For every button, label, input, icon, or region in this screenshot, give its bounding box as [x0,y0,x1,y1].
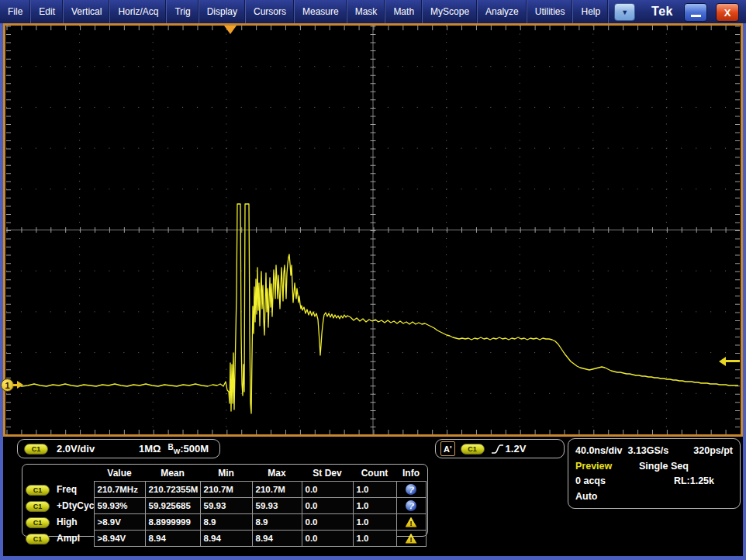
trigger-channel-badge: C1 [461,444,485,455]
question-icon[interactable]: ? [406,484,416,495]
measurement-name: C1Freq [24,482,94,498]
menu-item-cursors[interactable]: Cursors [246,0,295,23]
channel-bandwidth: BW:500M [168,443,209,455]
measurement-value: >8.9V [94,514,145,531]
column-header-min: Min [200,465,252,482]
trigger-level-marker[interactable] [719,357,740,366]
menu-item-measure[interactable]: Measure [295,0,347,23]
menu-item-help[interactable]: Help [573,0,609,23]
channel-badge: C1 [26,485,50,496]
trigger-source-badge: A' [440,441,455,456]
column-header-mean: Mean [145,465,200,482]
trigger-level-arrow-shaft [725,360,740,362]
measurement-row: C1High>8.9V8.89999998.98.90.01.0! [24,514,426,531]
trigger-readout[interactable]: A' C1 1.2V [435,439,565,458]
channel-badge: C1 [26,517,50,528]
oscilloscope-screen: FileEditVerticalHoriz/AcqTrigDisplayCurs… [0,0,746,560]
column-header-count: Count [353,465,396,482]
measurement-value: 0.0 [302,482,353,498]
chevron-down-icon: ▼ [621,9,628,16]
trigger-position-marker[interactable] [224,26,237,34]
menu-item-analyze[interactable]: Analyze [478,0,527,23]
measurement-name-header [24,465,94,482]
channel-impedance: 1MΩ [139,443,161,455]
tek-logo: Tek [651,5,673,19]
measurement-label: Ampl [57,533,80,544]
channel-1-position-marker[interactable]: 1 [1,379,26,392]
measurement-name: C1+DtyCyc [24,498,94,514]
measurement-value: 0.0 [302,531,353,547]
menu-bar: FileEditVerticalHoriz/AcqTrigDisplayCurs… [0,0,746,23]
graticule [6,26,740,434]
close-icon: X [724,7,731,19]
column-header-max: Max [252,465,302,482]
channel-readout[interactable]: C1 2.0V/div 1MΩ BW:500M [17,439,220,458]
menu-item-math[interactable]: Math [385,0,423,23]
measurement-value: 59.925685 [145,498,200,514]
channel-badge: C1 [26,534,50,544]
window-border-bottom [0,556,746,560]
minimize-button[interactable] [684,3,707,22]
ch1-waveform-trace [9,204,738,413]
menu-item-trig[interactable]: Trig [167,0,199,23]
channel-badge: C1 [26,501,50,512]
channel-badge: C1 [24,444,48,455]
menu-item-file[interactable]: File [0,0,31,23]
measurement-value: 8.9 [200,514,252,531]
info-cell: ? [396,482,426,498]
measurement-value: 1.0 [353,482,396,498]
timebase: 40.0ns/div [575,445,622,456]
column-header-info: Info [396,465,426,482]
menu-item-display[interactable]: Display [199,0,246,23]
sample-rate: 3.13GS/s [627,445,668,456]
measurement-value: 8.94 [145,531,200,547]
horizontal-readout[interactable]: 40.0ns/div 3.13GS/s 320ps/pt Preview Sin… [568,438,741,509]
measurement-value: 8.9 [252,514,302,531]
menu-item-horiz-acq[interactable]: Horiz/Acq [110,0,167,23]
menu-item-vertical[interactable]: Vertical [64,0,110,23]
measurement-value: 0.0 [302,498,353,514]
menu-item-utilities[interactable]: Utilities [527,0,574,23]
menu-items: FileEditVerticalHoriz/AcqTrigDisplayCurs… [0,0,609,23]
column-header-st-dev: St Dev [302,465,353,482]
acquisition-count: 0 acqs [575,475,606,486]
menu-item-myscope[interactable]: MyScope [423,0,478,23]
menu-more-button[interactable]: ▼ [614,3,635,21]
close-button[interactable]: X [716,3,739,22]
preview-status: Preview [575,461,639,472]
record-length: RL:1.25k [674,475,714,486]
channel-1-badge: 1 [1,379,14,392]
measurement-value: 1.0 [353,531,396,547]
info-cell: ? [396,498,426,514]
measurement-row: C1Ampl>8.94V8.948.948.940.01.0! [24,531,426,547]
channel-1-arrow-icon [17,381,23,389]
measurement-value: 8.94 [200,531,252,547]
measurement-value: 59.93% [94,498,145,514]
measurement-value: 210.7M [200,482,252,498]
question-icon[interactable]: ? [406,500,416,511]
warning-icon[interactable]: ! [406,534,417,544]
measurement-value: 59.93 [200,498,252,514]
channel-scale: 2.0V/div [57,443,95,455]
menu-item-edit[interactable]: Edit [31,0,64,23]
info-cell: ! [396,514,426,531]
measurement-value: 210.7MHz [94,482,145,498]
trigger-level-value: 1.2V [506,443,527,455]
rising-edge-icon [491,443,504,455]
measurement-value: 210.72355M [145,482,200,498]
measurement-name: C1High [24,514,94,531]
info-cell: ! [396,531,426,547]
warning-icon[interactable]: ! [406,517,417,527]
measurement-label: High [57,517,78,527]
window-border-right [743,23,746,560]
measurement-value: >8.94V [94,531,145,547]
menu-item-mask[interactable]: Mask [347,0,386,23]
acquisition-mode: Single Seq [639,461,689,472]
sample-resolution: 320ps/pt [693,445,733,456]
measurement-value: 0.0 [302,514,353,531]
measurement-label: +DtyCyc [57,500,94,511]
measurement-row: C1+DtyCyc59.93%59.92568559.9359.930.01.0… [24,498,426,514]
measurement-value: 1.0 [353,498,396,514]
trigger-mode: Auto [575,491,597,502]
measurement-value: 8.8999999 [145,514,200,531]
